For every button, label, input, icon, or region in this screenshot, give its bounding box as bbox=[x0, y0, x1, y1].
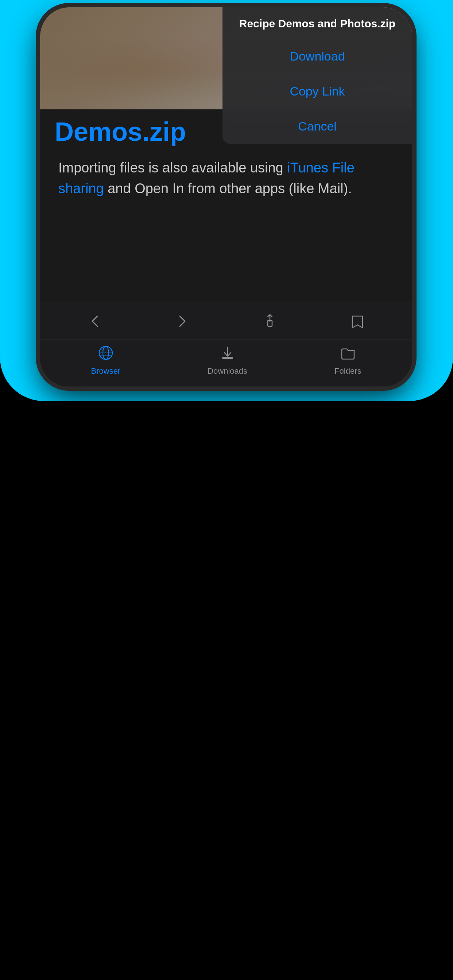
tab-bar: Browser Downloads bbox=[40, 339, 412, 387]
description-before-link: Importing files is also available using bbox=[58, 160, 287, 175]
top-image-area: Recipe Demos and Photos.zip Download Cop… bbox=[40, 7, 412, 110]
main-content: Demos.zip Importing files is also availa… bbox=[40, 110, 412, 387]
forward-button[interactable] bbox=[168, 310, 197, 332]
tab-folders[interactable]: Folders bbox=[335, 345, 361, 376]
context-menu: Recipe Demos and Photos.zip Download Cop… bbox=[222, 7, 412, 144]
downloads-tab-label: Downloads bbox=[207, 366, 247, 376]
description-area: Importing files is also available using … bbox=[40, 150, 412, 302]
share-button[interactable] bbox=[255, 310, 284, 332]
tab-browser[interactable]: Browser bbox=[91, 345, 121, 376]
phone-frame: Recipe Demos and Photos.zip Download Cop… bbox=[40, 7, 412, 387]
browser-icon bbox=[98, 345, 113, 364]
copy-link-button[interactable]: Copy Link bbox=[222, 74, 412, 109]
back-button[interactable] bbox=[80, 310, 109, 332]
description-text: Importing files is also available using … bbox=[58, 158, 394, 199]
browser-tab-label: Browser bbox=[91, 366, 121, 376]
browser-toolbar bbox=[40, 302, 412, 339]
folders-icon bbox=[340, 345, 356, 364]
tab-downloads[interactable]: Downloads bbox=[207, 345, 247, 376]
svg-rect-6 bbox=[222, 357, 233, 359]
description-after-link: and Open In from other apps (like Mail). bbox=[104, 181, 352, 196]
bookmarks-button[interactable] bbox=[343, 310, 372, 332]
cancel-button[interactable]: Cancel bbox=[222, 109, 412, 144]
context-menu-title: Recipe Demos and Photos.zip bbox=[222, 7, 412, 39]
download-button[interactable]: Download bbox=[222, 39, 412, 74]
phone-screen: Recipe Demos and Photos.zip Download Cop… bbox=[40, 7, 412, 387]
downloads-icon bbox=[220, 345, 235, 364]
folders-tab-label: Folders bbox=[335, 366, 361, 376]
